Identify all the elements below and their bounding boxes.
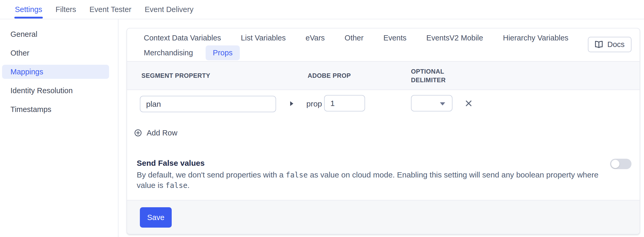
description-part-3: .	[187, 181, 189, 189]
toggle-knob	[611, 160, 619, 168]
nav-tab-settings-label: Settings	[15, 5, 42, 14]
tab-events[interactable]: Events	[376, 31, 414, 45]
nav-tab-filters[interactable]: Filters	[56, 0, 76, 19]
tab-hierarchy-variables[interactable]: Hierarchy Variables	[496, 31, 576, 45]
add-row-button[interactable]: Add Row	[134, 129, 640, 137]
card-footer: Save	[127, 200, 640, 234]
tab-eventsv2-mobile[interactable]: EventsV2 Mobile	[419, 31, 491, 45]
add-row-label: Add Row	[147, 129, 177, 137]
false-code-2: false	[165, 181, 187, 190]
sidebar-item-general-label: General	[10, 30, 37, 39]
sidebar-item-timestamps[interactable]: Timestamps	[0, 102, 118, 116]
column-header-optional-delimiter: OPTIONAL DELIMITER	[411, 62, 459, 90]
tab-list-variables[interactable]: List Variables	[234, 31, 293, 45]
maps-to-arrow-icon	[290, 101, 293, 106]
docs-button[interactable]: Docs	[588, 37, 631, 52]
nav-tab-event-delivery[interactable]: Event Delivery	[145, 0, 193, 19]
nav-tab-event-delivery-label: Event Delivery	[145, 5, 193, 14]
nav-tab-event-tester[interactable]: Event Tester	[90, 0, 132, 19]
nav-tab-settings[interactable]: Settings	[15, 0, 42, 19]
page: Settings Filters Event Tester Event Deli…	[0, 0, 644, 237]
save-button[interactable]: Save	[140, 207, 172, 228]
optional-delimiter-select[interactable]	[411, 95, 452, 111]
false-code-1: false	[286, 171, 308, 179]
sidebar-item-general[interactable]: General	[0, 27, 118, 41]
mapping-table-header: SEGMENT PROPERTY ADOBE PROP OPTIONAL DEL…	[127, 61, 640, 90]
send-false-toggle[interactable]	[610, 159, 631, 169]
sidebar-item-identity-resolution-label: Identity Resolution	[10, 86, 73, 95]
settings-sidebar: General Other Mappings Identity Resoluti…	[0, 19, 118, 237]
active-tab-underline	[14, 17, 43, 19]
adobe-prop-prefix-label: prop	[306, 90, 322, 117]
nav-tab-event-tester-label: Event Tester	[90, 5, 132, 14]
sidebar-item-other-label: Other	[10, 49, 29, 57]
tab-context-data-variables[interactable]: Context Data Variables	[136, 31, 228, 45]
open-book-icon	[595, 41, 603, 49]
sidebar-item-mappings-label: Mappings	[10, 68, 43, 76]
mapping-table-row: prop	[127, 90, 640, 121]
variable-tabs-row-2: Merchandising Props	[136, 45, 582, 60]
description-part-1: By default, we don't send properties wit…	[137, 170, 286, 179]
variable-tabs-bar: Context Data Variables List Variables eV…	[127, 28, 640, 61]
send-false-values-title: Send False values	[137, 158, 600, 168]
tab-evars[interactable]: eVars	[298, 31, 332, 45]
plus-circle-icon	[134, 129, 142, 137]
send-false-values-section: Send False values By default, we don't s…	[137, 158, 631, 191]
tab-props[interactable]: Props	[206, 45, 240, 60]
tab-merchandising[interactable]: Merchandising	[136, 45, 200, 60]
docs-button-label: Docs	[607, 40, 624, 49]
remove-row-icon[interactable]	[465, 100, 472, 107]
mappings-card: Context Data Variables List Variables eV…	[127, 28, 640, 234]
nav-tab-filters-label: Filters	[56, 5, 76, 14]
tab-other[interactable]: Other	[337, 31, 371, 45]
sidebar-item-identity-resolution[interactable]: Identity Resolution	[0, 84, 118, 98]
segment-property-input[interactable]	[140, 96, 276, 112]
column-header-segment-property: SEGMENT PROPERTY	[141, 62, 210, 90]
sidebar-item-timestamps-label: Timestamps	[10, 105, 51, 114]
column-header-adobe-prop: ADOBE PROP	[308, 62, 351, 90]
chevron-down-icon	[440, 102, 445, 105]
sidebar-item-other[interactable]: Other	[0, 46, 118, 60]
send-false-values-description: By default, we don't send properties wit…	[137, 170, 600, 191]
adobe-prop-number-input[interactable]	[324, 95, 365, 111]
send-false-values-text: Send False values By default, we don't s…	[137, 158, 600, 191]
variable-tabs-row-1: Context Data Variables List Variables eV…	[136, 31, 582, 45]
top-nav: Settings Filters Event Tester Event Deli…	[0, 0, 644, 19]
sidebar-item-mappings[interactable]: Mappings	[2, 65, 109, 79]
